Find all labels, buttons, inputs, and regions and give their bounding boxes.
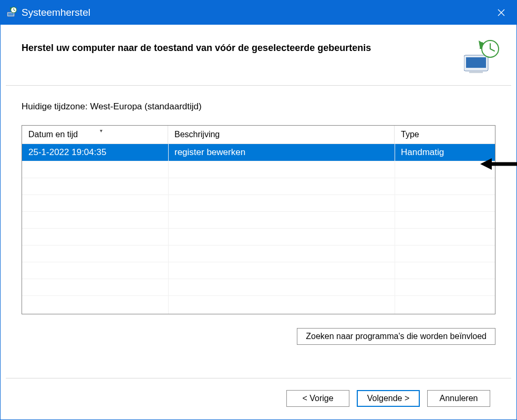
- system-restore-window: Systeemherstel Herstel uw computer naar …: [0, 0, 517, 420]
- column-header-description[interactable]: Beschrijving: [168, 126, 395, 144]
- titlebar: Systeemherstel: [1, 1, 516, 25]
- cell-desc: register bewerken: [168, 144, 395, 161]
- column-header-type-label: Type: [401, 130, 419, 139]
- column-header-date-label: Datum en tijd: [28, 130, 78, 139]
- wizard-footer: < Vorige Volgende > Annuleren: [6, 378, 511, 419]
- close-button[interactable]: [486, 1, 516, 25]
- table-body: 25-1-2022 19:04:35 register bewerken Han…: [22, 144, 495, 314]
- header-pane: Herstel uw computer naar de toestand van…: [1, 25, 516, 85]
- next-button[interactable]: Volgende >: [357, 390, 420, 407]
- back-button[interactable]: < Vorige: [286, 390, 349, 407]
- cell-type: Handmatig: [395, 144, 495, 161]
- page-heading: Herstel uw computer naar de toestand van…: [22, 43, 371, 54]
- cell-date: 25-1-2022 19:04:35: [22, 144, 168, 161]
- table-row[interactable]: 25-1-2022 19:04:35 register bewerken Han…: [22, 144, 495, 161]
- timezone-label: Huidige tijdzone: West-Europa (standaard…: [22, 101, 495, 112]
- cancel-button[interactable]: Annuleren: [427, 390, 490, 407]
- window-title: Systeemherstel: [22, 7, 90, 18]
- scan-affected-programs-button[interactable]: Zoeken naar programma's die worden beïnv…: [297, 328, 495, 345]
- column-header-desc-label: Beschrijving: [174, 130, 220, 139]
- system-restore-icon: [464, 39, 501, 75]
- table-header: Datum en tijd ▾ Beschrijving Type: [22, 126, 495, 144]
- column-header-date[interactable]: Datum en tijd ▾: [22, 126, 168, 144]
- svg-rect-6: [469, 71, 483, 73]
- app-icon: [6, 6, 17, 19]
- svg-rect-5: [466, 57, 486, 68]
- scan-row: Zoeken naar programma's die worden beïnv…: [22, 328, 495, 345]
- sort-desc-icon: ▾: [100, 128, 102, 134]
- restore-points-table: Datum en tijd ▾ Beschrijving Type 25-1-2…: [22, 125, 495, 314]
- content-area: Huidige tijdzone: West-Europa (standaard…: [1, 86, 516, 378]
- column-header-type[interactable]: Type: [395, 126, 495, 144]
- svg-rect-1: [8, 13, 14, 16]
